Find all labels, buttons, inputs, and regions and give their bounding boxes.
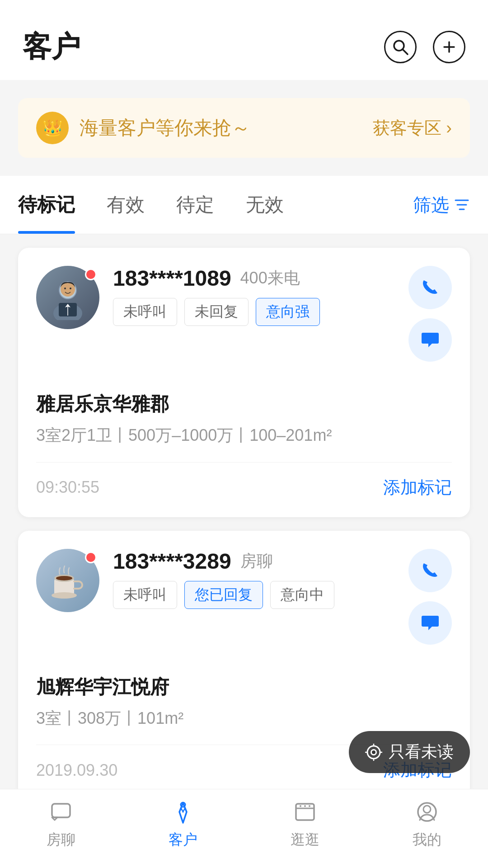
svg-point-28 <box>300 805 301 807</box>
header: 客户 <box>0 0 488 80</box>
unread-label: 只看未读 <box>389 741 454 763</box>
svg-point-30 <box>309 805 310 807</box>
customer-card[interactable]: 183****1089 400来电 未呼叫 未回复 意向强 <box>18 248 470 517</box>
property-name: 旭辉华宇江悦府 <box>36 675 452 700</box>
crown-icon: 👑 <box>36 112 69 144</box>
call-button[interactable] <box>408 549 452 592</box>
add-button[interactable] <box>433 31 465 63</box>
banner-action[interactable]: 获客专区 › <box>373 117 452 140</box>
property-info: 雅居乐京华雅郡 3室2厅1卫丨500万–1000万丨100–201m² <box>36 378 452 448</box>
customer-icon <box>169 798 197 826</box>
notification-dot <box>85 269 97 280</box>
bottom-navigation: 房聊 客户 逛逛 <box>0 789 488 868</box>
avatar-wrap <box>36 549 99 612</box>
tag-no-reply: 未回复 <box>184 298 249 326</box>
tag-replied: 您已回复 <box>184 581 263 609</box>
chat-icon <box>47 798 75 826</box>
nav-chat[interactable]: 房聊 <box>0 798 122 850</box>
svg-point-32 <box>423 806 431 813</box>
nav-profile[interactable]: 我的 <box>366 798 488 850</box>
tab-invalid[interactable]: 无效 <box>246 176 284 234</box>
svg-point-8 <box>64 288 66 289</box>
nav-browse[interactable]: 逛逛 <box>244 798 366 850</box>
nav-profile-label: 我的 <box>413 830 441 850</box>
contact-time: 09:30:55 <box>36 478 99 497</box>
property-detail: 3室2厅1卫丨500万–1000万丨100–201m² <box>36 422 452 448</box>
nav-customer[interactable]: 客户 <box>122 798 244 850</box>
tag-no-call: 未呼叫 <box>113 298 177 326</box>
svg-point-16 <box>52 592 77 599</box>
message-button[interactable] <box>408 318 452 362</box>
svg-point-15 <box>56 576 72 580</box>
nav-customer-label: 客户 <box>169 830 197 850</box>
profile-icon <box>413 798 441 826</box>
tag-intent-strong: 意向强 <box>256 298 320 326</box>
customer-list: 183****1089 400来电 未呼叫 未回复 意向强 <box>0 234 488 813</box>
filter-button[interactable]: 筛选 <box>413 176 470 234</box>
browse-icon <box>291 798 319 826</box>
customer-phone: 183****1089 <box>113 266 231 291</box>
banner-text: 海量客户等你来抢～ <box>80 115 250 141</box>
svg-point-29 <box>304 805 306 807</box>
svg-point-9 <box>70 288 71 289</box>
svg-line-1 <box>403 49 408 54</box>
contact-time: 2019.09.30 <box>36 761 117 780</box>
customer-source: 房聊 <box>240 550 273 572</box>
customer-source: 400来电 <box>240 267 300 289</box>
header-actions <box>384 31 465 63</box>
customer-tags: 未呼叫 您已回复 意向中 <box>113 581 390 609</box>
search-button[interactable] <box>384 31 417 63</box>
add-mark-button[interactable]: 添加标记 <box>383 476 452 499</box>
message-button[interactable] <box>408 601 452 645</box>
page-title: 客户 <box>23 27 80 66</box>
card-footer: 09:30:55 添加标记 <box>36 462 452 499</box>
tab-valid[interactable]: 有效 <box>107 176 145 234</box>
avatar-wrap <box>36 266 99 329</box>
tag-no-call: 未呼叫 <box>113 581 177 609</box>
nav-browse-label: 逛逛 <box>291 830 319 850</box>
svg-point-19 <box>372 750 375 754</box>
tab-pending[interactable]: 待标记 <box>18 176 75 234</box>
tab-bar: 待标记 有效 待定 无效 筛选 <box>0 176 488 234</box>
svg-rect-24 <box>52 804 70 817</box>
call-button[interactable] <box>408 266 452 309</box>
tag-intent-mid: 意向中 <box>270 581 334 609</box>
unread-filter-button[interactable]: 只看未读 <box>349 731 470 773</box>
nav-chat-label: 房聊 <box>47 830 75 850</box>
property-info: 旭辉华宇江悦府 3室丨308万丨101m² <box>36 661 452 731</box>
notification-dot <box>85 552 97 563</box>
tab-waiting[interactable]: 待定 <box>176 176 214 234</box>
promo-banner[interactable]: 👑 海量客户等你来抢～ 获客专区 › <box>18 98 470 158</box>
property-name: 雅居乐京华雅郡 <box>36 392 452 417</box>
customer-tags: 未呼叫 未回复 意向强 <box>113 298 390 326</box>
property-detail: 3室丨308万丨101m² <box>36 705 452 731</box>
customer-phone: 183****3289 <box>113 549 231 574</box>
